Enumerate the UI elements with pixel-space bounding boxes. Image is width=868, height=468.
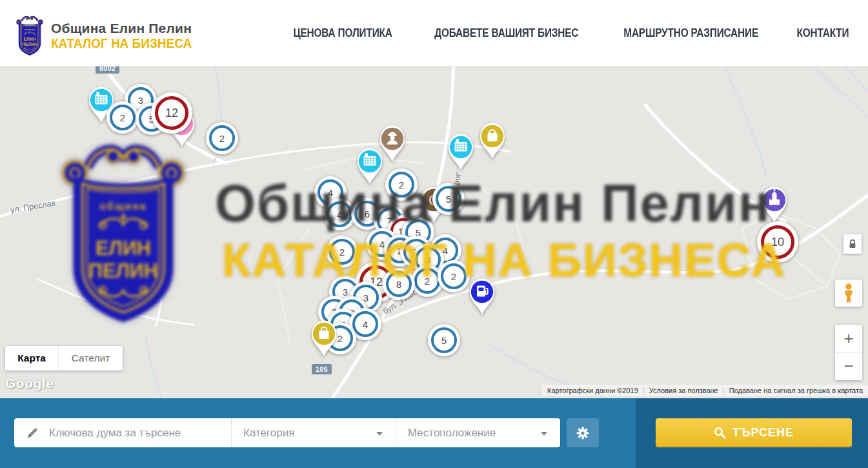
- marker-layer: 8002105ул. Преславбул. „Новоселция“32512…: [0, 66, 868, 398]
- zoom-control: + −: [835, 325, 862, 380]
- map-attribution: Картографски данни ©2019 Условия за полз…: [542, 385, 868, 396]
- map-type-map-button[interactable]: Карта: [5, 346, 58, 371]
- cluster-marker[interactable]: 2: [206, 122, 238, 154]
- nav-route-schedule[interactable]: МАРШРУТНО РАЗПИСАНИЕ: [623, 26, 758, 40]
- cluster-marker[interactable]: 5: [432, 183, 465, 215]
- search-bar: Категория Местоположение: [0, 398, 868, 468]
- category-select[interactable]: Категория: [231, 418, 396, 447]
- advanced-settings-button[interactable]: [567, 418, 599, 447]
- attribution-terms-link[interactable]: Условия за ползване: [643, 387, 723, 394]
- pin-factory-marker[interactable]: [443, 130, 479, 172]
- google-logo[interactable]: Google: [5, 376, 54, 391]
- main-nav: ЦЕНОВА ПОЛИТИКА ДОБАВЕТЕ ВАШИЯТ БИЗНЕС М…: [287, 0, 853, 66]
- nav-add-your-business[interactable]: ДОБАВЕТЕ ВАШИЯТ БИЗНЕС: [434, 26, 578, 40]
- pin-bag-marker[interactable]: [306, 317, 342, 358]
- municipality-crest-icon: [14, 14, 45, 57]
- nav-contacts[interactable]: КОНТАКТИ: [797, 26, 849, 40]
- google-map[interactable]: 8002105ул. Преславбул. „Новоселция“32512…: [0, 66, 868, 398]
- attribution-report-error-link[interactable]: Подаване на сигнал за грешка в картата: [723, 387, 868, 394]
- road-badge: 8002: [96, 66, 119, 74]
- street-label: ул. Преслав: [10, 199, 56, 215]
- pencil-icon: [26, 427, 39, 440]
- logo-subtitle: КАТАЛОГ НА БИЗНЕСА: [51, 36, 192, 50]
- location-select[interactable]: Местоположение: [396, 418, 560, 447]
- chevron-down-icon: [376, 432, 383, 436]
- search-icon: [714, 427, 726, 439]
- cluster-marker[interactable]: 8: [383, 268, 415, 300]
- cluster-marker[interactable]: 12: [151, 92, 192, 134]
- gear-icon: [576, 426, 590, 440]
- nav-pricing-policy[interactable]: ЦЕНОВА ПОЛИТИКА: [294, 26, 392, 40]
- site-logo[interactable]: Община Елин Пелин КАТАЛОГ НА БИЗНЕСА: [14, 14, 199, 57]
- cluster-marker[interactable]: 10: [757, 221, 798, 263]
- map-type-satellite-button[interactable]: Сателит: [58, 346, 123, 371]
- pegman-icon: [841, 283, 856, 303]
- location-select-value: Местоположение: [408, 427, 496, 440]
- zoom-out-button[interactable]: −: [835, 353, 862, 381]
- map-type-control: Карта Сателит: [5, 346, 123, 371]
- search-button-label: ТЪРСЕНЕ: [732, 426, 794, 440]
- cluster-marker[interactable]: 5: [428, 324, 460, 356]
- pin-bag-marker[interactable]: [474, 119, 510, 161]
- attribution-map-data: Картографски данни ©2019: [542, 387, 643, 394]
- logo-title: Община Елин Пелин: [51, 21, 199, 36]
- lock-button[interactable]: [843, 234, 862, 254]
- business-catalog-page: Община Елин Пелин КАТАЛОГ НА БИЗНЕСА ЦЕН…: [0, 0, 868, 468]
- keyword-field[interactable]: [14, 418, 231, 447]
- keyword-search-input[interactable]: [48, 426, 209, 440]
- lock-icon: [847, 238, 858, 250]
- cluster-marker[interactable]: 2: [385, 168, 418, 201]
- zoom-in-button[interactable]: +: [835, 325, 862, 353]
- cluster-marker[interactable]: 2: [106, 101, 139, 134]
- cluster-marker[interactable]: 2: [326, 236, 358, 268]
- category-select-value: Категория: [243, 427, 294, 440]
- search-fields: Категория Местоположение: [14, 418, 560, 447]
- street-view-pegman[interactable]: [835, 280, 862, 307]
- logo-text: Община Елин Пелин КАТАЛОГ НА БИЗНЕСА: [51, 21, 199, 50]
- chevron-down-icon: [541, 432, 547, 436]
- pin-fuel-marker[interactable]: [464, 275, 500, 316]
- search-submit-button[interactable]: ТЪРСЕНЕ: [656, 418, 852, 447]
- road-badge: 105: [312, 364, 332, 374]
- pin-church-marker[interactable]: [756, 183, 792, 225]
- header: Община Елин Пелин КАТАЛОГ НА БИЗНЕСА ЦЕН…: [0, 0, 868, 66]
- pin-factory-marker[interactable]: [352, 145, 388, 186]
